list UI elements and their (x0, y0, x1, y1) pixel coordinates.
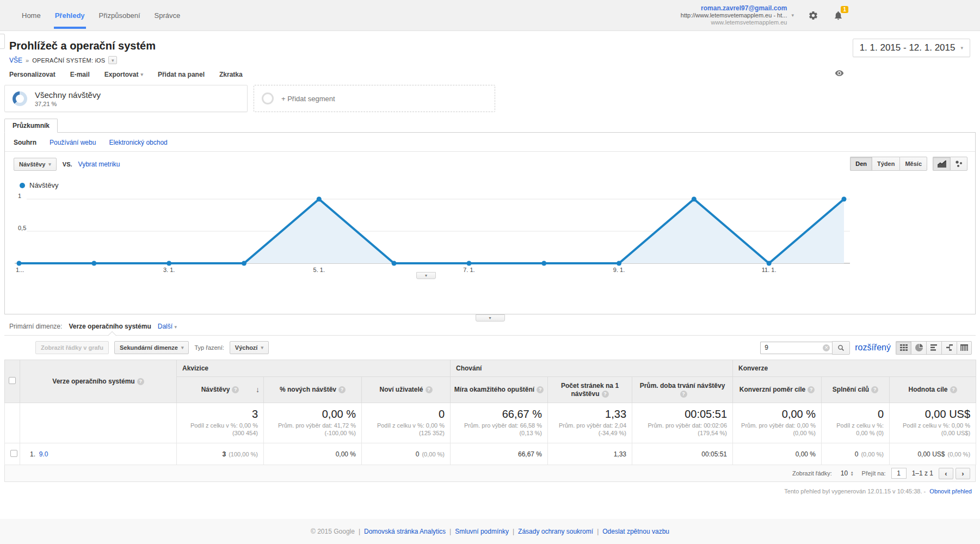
primary-dimension-value[interactable]: Verze operačního systému (69, 323, 151, 330)
nav-reporting[interactable]: Přehledy (48, 0, 92, 30)
page-title: Prohlížeč a operační systém (9, 40, 980, 52)
metric-select[interactable]: Návštěvy▾ (14, 158, 57, 171)
add-to-dashboard-button[interactable]: Přidat na panel (158, 71, 205, 78)
search-input[interactable] (760, 342, 832, 354)
granularity-month-button[interactable]: Měsíc (899, 157, 927, 171)
account-selector[interactable]: roman.zavrel97@gmail.com http://www.lete… (681, 5, 787, 26)
account-dropdown-icon[interactable]: ▾ (791, 13, 794, 18)
column-pages-per-visit[interactable]: Počet stránek na 1 návštěvu? (548, 377, 632, 403)
help-icon[interactable]: ? (602, 391, 609, 398)
line-chart-button[interactable] (933, 157, 950, 171)
data-view-button[interactable] (896, 341, 911, 355)
search-icon (837, 344, 845, 352)
nav-admin[interactable]: Správce (147, 0, 188, 30)
motion-chart-icon (955, 160, 963, 168)
column-goal-completions[interactable]: Splnění cílů? (822, 377, 890, 403)
chevron-down-icon: ▾ (261, 345, 263, 350)
segment-all-visits[interactable]: Všechny návštěvy 37,21 % (4, 85, 248, 112)
summary-new-users: 0Podíl z celku v %: 0,00 % (125 352) (362, 403, 451, 443)
help-icon[interactable]: ? (232, 386, 239, 393)
column-visits[interactable]: Návštěvy?↓ (177, 377, 264, 403)
row-checkbox[interactable] (10, 450, 17, 457)
plot-rows-button[interactable]: Zobrazit řádky v grafu (35, 341, 109, 354)
top-navigation: Home Přehledy Přizpůsobení Správce roman… (0, 0, 980, 31)
subtab-summary[interactable]: Souhrn (14, 139, 36, 146)
chevron-down-icon: ▾ (174, 324, 177, 330)
breadcrumb-all-link[interactable]: VŠE (9, 57, 22, 64)
collapse-chart-tab[interactable]: ▾ (416, 272, 436, 279)
column-bounce-rate[interactable]: Míra okamžitého opuštění? (451, 377, 548, 403)
motion-chart-button[interactable] (950, 157, 967, 171)
sort-type-select[interactable]: Výchozí▾ (230, 341, 269, 354)
goto-page-input[interactable] (891, 468, 907, 479)
footer-privacy-link[interactable]: Zásady ochrany soukromí (518, 528, 593, 535)
collapse-panel-tab[interactable]: ▾ (476, 314, 505, 322)
notifications-button[interactable]: 1 (832, 9, 844, 21)
help-icon[interactable]: ? (680, 391, 687, 398)
help-icon[interactable]: ? (338, 386, 346, 393)
dimension-column-header[interactable]: Verze operačního systému? (20, 360, 177, 403)
subtab-ecommerce[interactable]: Elektronický obchod (109, 139, 167, 146)
intelligence-eye-button[interactable] (835, 69, 844, 78)
chart-controls: Den Týden Měsíc (850, 157, 967, 171)
prev-page-button[interactable]: ‹ (939, 468, 953, 479)
svg-text:0,5: 0,5 (18, 225, 26, 231)
date-range-selector[interactable]: 1. 1. 2015 - 12. 1. 2015 ▾ (853, 39, 970, 57)
help-icon[interactable]: ? (426, 386, 433, 393)
granularity-day-button[interactable]: Den (850, 157, 872, 171)
svg-text:1: 1 (18, 193, 21, 199)
help-icon[interactable]: ? (808, 386, 815, 393)
footer-analytics-home-link[interactable]: Domovská stránka Analytics (364, 528, 446, 535)
help-icon[interactable]: ? (950, 386, 957, 393)
report-header: Prohlížeč a operační systém VŠE » OPERAČ… (0, 31, 980, 64)
next-page-button[interactable]: › (956, 468, 970, 479)
subtab-site-usage[interactable]: Používání webu (50, 139, 96, 146)
show-rows-label: Zobrazit řádky: (792, 470, 832, 477)
add-segment-button[interactable]: + Přidat segment (254, 85, 495, 112)
column-new-users[interactable]: Noví uživatelé? (362, 377, 451, 403)
timeline-chart[interactable]: 10,51...3. 1.5. 1.7. 1.9. 1.11. 1. (15, 190, 850, 276)
help-icon[interactable]: ? (137, 378, 144, 385)
settings-button[interactable] (807, 9, 819, 21)
select-all-checkbox[interactable] (9, 377, 16, 384)
select-metric-link[interactable]: Vybrat metriku (78, 160, 120, 168)
help-icon[interactable]: ? (871, 386, 878, 393)
column-new-visits-pct[interactable]: % nových návštěv? (264, 377, 362, 403)
percentage-view-button[interactable] (911, 341, 926, 355)
segment-ring-icon (262, 92, 274, 104)
footer-terms-link[interactable]: Smluvní podmínky (455, 528, 509, 535)
email-button[interactable]: E-mail (70, 71, 90, 78)
vs-label: VS. (63, 161, 72, 168)
export-button[interactable]: Exportovat▾ (104, 71, 143, 78)
footer-feedback-link[interactable]: Odeslat zpětnou vazbu (602, 528, 669, 535)
dimension-value-link[interactable]: 9.0 (39, 450, 48, 458)
more-dimensions-link[interactable]: Další ▾ (158, 323, 177, 330)
pivot-view-button[interactable] (957, 341, 972, 355)
clear-search-icon[interactable]: ✕ (823, 344, 830, 351)
goto-label: Přejít na: (862, 470, 886, 477)
summary-new-visits-pct: 0,00 %Prům. pro výběr dat: 41,72 % (-100… (264, 403, 362, 443)
granularity-week-button[interactable]: Týden (872, 157, 899, 171)
advanced-search-link[interactable]: rozšířený (855, 343, 891, 353)
breadcrumb-dropdown-button[interactable]: ▾ (108, 56, 117, 64)
shortcut-button[interactable]: Zkratka (219, 71, 243, 78)
primary-dimension-label: Primární dimenze: (9, 323, 62, 330)
line-chart-icon (938, 160, 946, 168)
tab-explorer[interactable]: Průzkumník (4, 119, 58, 133)
nav-customization[interactable]: Přizpůsobení (92, 0, 147, 30)
nav-home[interactable]: Home (15, 0, 48, 30)
column-goal-value[interactable]: Hodnota cíle? (890, 377, 976, 403)
performance-view-button[interactable] (926, 341, 941, 355)
refresh-report-link[interactable]: Obnovit přehled (929, 488, 972, 494)
help-icon[interactable]: ? (537, 386, 544, 393)
search-button[interactable] (832, 341, 850, 355)
personalize-button[interactable]: Personalizovat (9, 71, 56, 78)
row-pages-per-visit: 1,33 (548, 443, 632, 465)
row-goal-completions: 0(0,00 %) (822, 443, 890, 465)
comparison-view-button[interactable] (941, 341, 957, 355)
rows-per-page-select[interactable]: 10 ▴▾ (837, 468, 856, 478)
secondary-dimension-select[interactable]: Sekundární dimenze▾ (114, 341, 189, 354)
column-goal-conversion-rate[interactable]: Konverzní poměr cíle? (733, 377, 822, 403)
column-avg-duration[interactable]: Prům. doba trvání návštěvy? (632, 377, 733, 403)
spinner-icon: ▴▾ (851, 471, 853, 476)
